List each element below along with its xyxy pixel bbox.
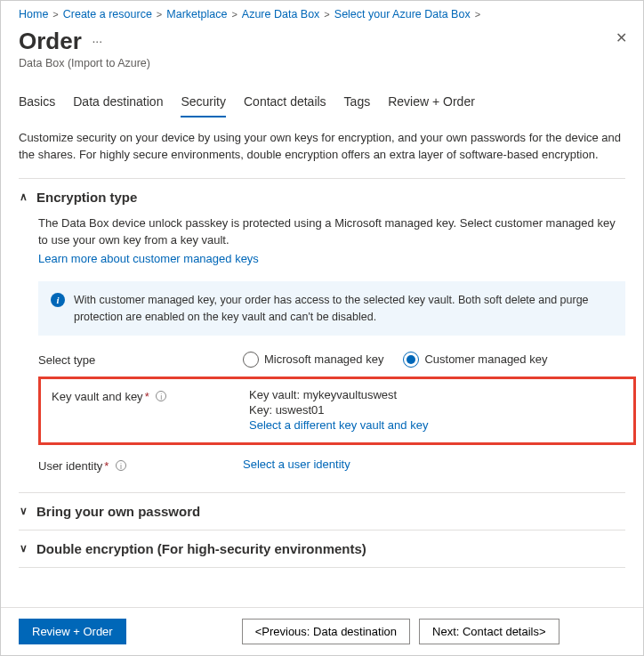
required-icon: * xyxy=(145,390,149,403)
intro-text: Customize security on your device by usi… xyxy=(19,130,625,164)
info-banner: i With customer managed key, your order … xyxy=(38,281,625,335)
tab-review-order[interactable]: Review + Order xyxy=(388,94,475,117)
next-button[interactable]: Next: Contact details> xyxy=(419,619,559,644)
tabs: Basics Data destination Security Contact… xyxy=(1,78,643,117)
radio-label: Microsoft managed key xyxy=(264,352,383,366)
chevron-up-icon: ∧ xyxy=(19,190,28,203)
close-icon: ✕ xyxy=(616,30,627,45)
select-different-key-vault-link[interactable]: Select a different key vault and key xyxy=(249,418,428,432)
tab-security[interactable]: Security xyxy=(181,94,226,117)
breadcrumb-item[interactable]: Marketplace xyxy=(166,8,227,20)
chevron-right-icon: > xyxy=(231,9,237,20)
section-title: Double encryption (For high-security env… xyxy=(36,541,366,556)
encryption-desc: The Data Box device unlock passkey is pr… xyxy=(38,215,625,249)
tab-contact-details[interactable]: Contact details xyxy=(244,94,326,117)
breadcrumb-item[interactable]: Azure Data Box xyxy=(242,8,320,20)
section-encryption-type-header[interactable]: ∧ Encryption type xyxy=(19,179,625,215)
section-byop-header[interactable]: ∨ Bring your own password xyxy=(19,493,625,530)
user-identity-label: User identity* i xyxy=(38,458,243,473)
info-glyph-icon[interactable]: i xyxy=(116,460,126,471)
learn-more-link[interactable]: Learn more about customer managed keys xyxy=(38,252,259,265)
chevron-down-icon: ∨ xyxy=(19,505,28,517)
select-user-identity-link[interactable]: Select a user identity xyxy=(243,458,350,471)
wizard-footer: Review + Order <Previous: Data destinati… xyxy=(1,607,643,655)
key-vault-label: Key vault and key* i xyxy=(52,388,249,432)
key-vault-highlight-box: Key vault and key* i Key vault: mykeyvau… xyxy=(38,377,636,445)
select-type-label: Select type xyxy=(38,352,243,367)
chevron-right-icon: > xyxy=(324,9,329,20)
review-order-button[interactable]: Review + Order xyxy=(19,619,126,644)
tab-basics[interactable]: Basics xyxy=(19,94,55,117)
previous-button[interactable]: <Previous: Data destination xyxy=(242,619,410,644)
info-glyph-icon[interactable]: i xyxy=(156,391,166,401)
key-vault-name: Key vault: mykeyvaultuswest xyxy=(249,388,623,401)
tab-data-destination[interactable]: Data destination xyxy=(73,94,163,117)
more-icon[interactable]: ··· xyxy=(92,34,102,48)
chevron-right-icon: > xyxy=(52,9,58,20)
chevron-right-icon: > xyxy=(475,9,480,20)
divider xyxy=(19,567,625,568)
breadcrumb: Home > Create a resource > Marketplace >… xyxy=(1,1,643,24)
breadcrumb-item[interactable]: Home xyxy=(19,8,48,20)
breadcrumb-item[interactable]: Create a resource xyxy=(63,8,152,20)
section-encryption-type-body: The Data Box device unlock passkey is pr… xyxy=(19,215,625,473)
required-icon: * xyxy=(104,459,109,473)
section-title: Bring your own password xyxy=(36,504,200,519)
section-title: Encryption type xyxy=(36,190,137,205)
breadcrumb-item[interactable]: Select your Azure Data Box xyxy=(334,8,471,20)
section-double-encryption-header[interactable]: ∨ Double encryption (For high-security e… xyxy=(19,530,625,567)
page-subtitle: Data Box (Import to Azure) xyxy=(19,57,625,69)
radio-microsoft-managed-key[interactable]: Microsoft managed key xyxy=(243,352,383,368)
radio-label: Customer managed key xyxy=(424,352,547,366)
page-title: Order xyxy=(19,28,82,55)
key-name: Key: uswest01 xyxy=(249,403,623,417)
close-button[interactable]: ✕ xyxy=(616,29,627,46)
tab-tags[interactable]: Tags xyxy=(344,94,371,117)
radio-customer-managed-key[interactable]: Customer managed key xyxy=(403,352,547,368)
chevron-right-icon: > xyxy=(157,9,162,20)
info-icon: i xyxy=(51,293,65,307)
info-text: With customer managed key, your order ha… xyxy=(74,292,613,324)
page-header: Order ··· ✕ Data Box (Import to Azure) xyxy=(1,24,643,78)
chevron-down-icon: ∨ xyxy=(19,542,28,555)
